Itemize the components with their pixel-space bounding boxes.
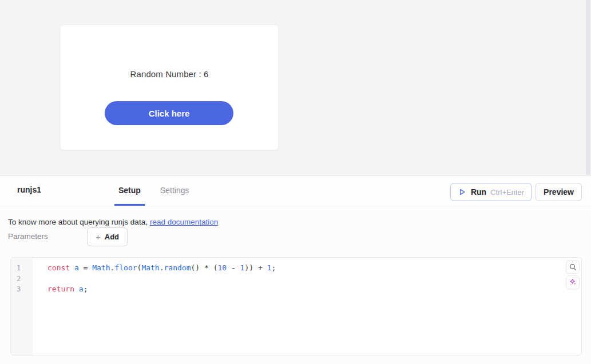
app-canvas: Random Number : 6 Click here [0, 0, 591, 176]
query-toolbar: Run Ctrl+Enter Preview [450, 183, 582, 201]
run-label: Run [471, 187, 486, 197]
tab-setup[interactable]: Setup [114, 176, 145, 206]
ai-sparkle-icon[interactable] [566, 275, 580, 289]
run-shortcut: Ctrl+Enter [490, 188, 524, 197]
query-tabs: Setup Settings [114, 176, 193, 206]
code-editor[interactable]: 123 const a = Math.floor(Math.random() *… [10, 257, 582, 355]
parameters-label: Parameters [8, 232, 48, 241]
editor-tools [566, 260, 580, 289]
widget-card: Random Number : 6 Click here [60, 25, 279, 150]
editor-code-area[interactable]: const a = Math.floor(Math.random() * (10… [33, 258, 581, 355]
line-number: 1 [11, 263, 33, 274]
plus-icon: + [96, 233, 101, 241]
editor-gutter: 123 [11, 258, 33, 355]
preview-button[interactable]: Preview [536, 183, 582, 201]
add-parameter-button[interactable]: + Add [87, 227, 128, 246]
search-icon[interactable] [566, 260, 580, 274]
code-line: const a = Math.floor(Math.random() * (10… [47, 263, 581, 274]
run-button[interactable]: Run Ctrl+Enter [450, 183, 531, 201]
query-name: runjs1 [17, 185, 41, 194]
code-line: return a; [47, 284, 581, 295]
line-number: 3 [11, 284, 33, 295]
add-label: Add [105, 233, 119, 241]
line-number: 2 [11, 274, 33, 285]
play-icon [458, 187, 467, 197]
docs-hint: To know more about querying runjs data,r… [8, 218, 218, 226]
code-line [47, 274, 581, 285]
tab-settings[interactable]: Settings [156, 176, 193, 206]
canvas-scrollbar[interactable] [586, 0, 590, 175]
read-documentation-link[interactable]: read documentation [150, 218, 218, 226]
click-here-button[interactable]: Click here [105, 101, 233, 125]
query-panel-header: runjs1 Setup Settings Run Ctrl+Enter Pre… [0, 176, 591, 206]
random-number-text: Random Number : 6 [61, 69, 278, 79]
docs-hint-text: To know more about querying runjs data, [8, 218, 148, 226]
